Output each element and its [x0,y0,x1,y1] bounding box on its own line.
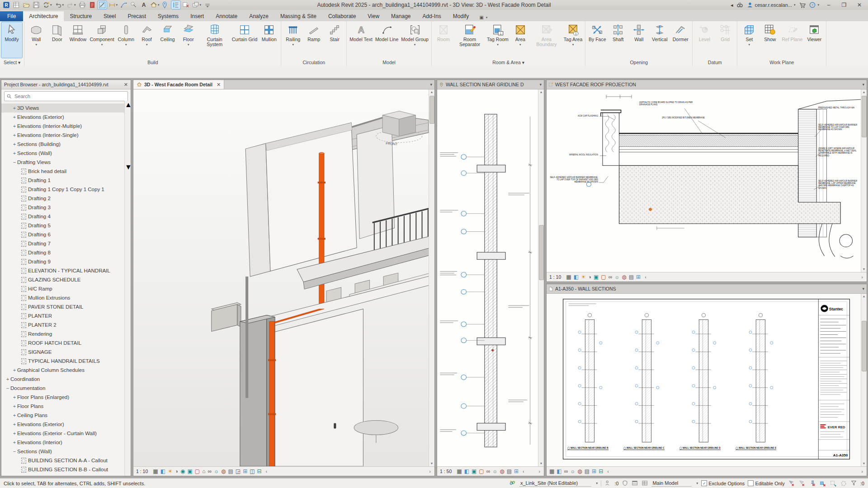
ribbon-tab-precast[interactable]: Precast [122,11,152,21]
wall-section-vertical-scrollbar[interactable]: ▲ ▼ [538,89,544,466]
reveal-constraints-icon[interactable]: ⊞ [514,469,519,474]
by-face-button[interactable]: By Face [587,22,608,58]
column-button[interactable]: Column▾ [116,22,137,58]
dropdown-arrow-icon[interactable]: ▾ [749,42,750,47]
view-list-chevron-icon[interactable]: ▾ [860,286,867,291]
pin-icon[interactable] [437,82,446,87]
tree-item-building-section-a-a-callout[interactable]: BUILDING SECTION A-A - Callout [1,456,131,465]
ceiling-button[interactable]: Ceiling [157,22,178,58]
show-button[interactable]: Show [760,22,780,58]
expand-icon[interactable]: + [12,132,17,138]
view-scale[interactable]: 1 : 10 [549,274,561,280]
tag-by-category-icon[interactable]: 1 [129,1,138,9]
3d-canvas[interactable]: FRONT [133,89,434,466]
ribbon-tab-manage[interactable]: Manage [385,11,416,21]
expand-icon[interactable]: + [12,431,17,436]
visual-style-icon[interactable]: ◧ [464,469,469,474]
tree-item-elevations-interior[interactable]: +Elevations (Interior) [1,438,131,447]
shaft-button[interactable]: Shaft [608,22,628,58]
measure-icon[interactable]: ⊟ [599,469,603,474]
tag-room-button[interactable]: 1Tag Room▾ [486,22,510,58]
tree-item-mullion-extrusions[interactable]: Mullion Extrusions [1,293,131,302]
crop-region-icon[interactable]: ▢ [479,469,484,474]
sel-pin-icon[interactable] [809,480,816,487]
sheet-canvas[interactable]: Stantec [547,294,867,466]
temporary-view-properties-icon[interactable]: ▤ [585,469,590,474]
spin-icon[interactable] [840,480,847,487]
ribbon-tab-insert[interactable]: Insert [184,11,210,21]
view-scale[interactable]: 1 : 50 [440,469,452,474]
properties-icon[interactable] [12,1,21,9]
tree-item-brick-head-detail[interactable]: Brick head detail [1,167,131,176]
worksets-icon[interactable] [632,480,638,487]
view-list-chevron-icon[interactable]: ▾ [428,82,434,87]
open-icon[interactable] [22,1,31,9]
tree-item-graphical-column-schedules[interactable]: +Graphical Column Schedules [1,366,131,375]
measure-icon[interactable] [98,1,107,9]
ribbon-tab-steel[interactable]: Steel [98,11,122,21]
worksharing-display-icon[interactable]: ◍ [622,274,626,280]
tree-item-roof-hatch-detail[interactable]: ROOF HATCH DETAIL [1,338,131,347]
ribbon-tab-collaborate[interactable]: Collaborate [322,11,362,21]
dropdown-arrow-icon[interactable]: ▾ [36,42,38,47]
reveal-hidden-icon[interactable]: ☼ [614,274,619,280]
view-control-bar-wall-section[interactable]: 1 : 50▦◧▣▢∞☼◍▤⊞‹› [437,466,544,476]
infocenter-collapse-icon[interactable]: ◂ [731,2,733,8]
ribbon-tab-structure[interactable]: Structure [64,11,98,21]
ribbon-display-toggle-icon[interactable]: ▣ [479,15,483,20]
project-browser-scrollbar[interactable]: ▲ ▼ [124,101,131,476]
transfer-standards-icon[interactable] [88,1,97,9]
editable-only-checkbox[interactable] [748,480,754,486]
dropdown-arrow-icon[interactable]: ▾ [188,42,189,47]
tree-item-documentation[interactable]: −Documentation [1,384,131,393]
view-tab-close-icon[interactable]: ✕ [217,82,221,88]
tree-item-drafting-3[interactable]: Drafting 3 [1,203,131,212]
dropdown-arrow-icon[interactable]: ▾ [572,42,574,47]
tree-item-h-c-ramp[interactable]: H/C Ramp [1,284,131,293]
tree-item-sections-wall[interactable]: +Sections (Wall) [1,149,131,158]
worksharing-display-icon[interactable]: ◍ [577,469,582,474]
drag-icon[interactable] [830,480,837,487]
print-icon[interactable] [78,1,87,9]
temporary-hide-isolate-icon[interactable]: ∞ [486,469,491,474]
tree-item-drafting-9[interactable]: Drafting 9 [1,257,131,266]
tree-item-elevations-interior-multiple[interactable]: +Elevations (Interior-Multiple) [1,122,131,131]
dropdown-arrow-icon[interactable]: ▾ [292,42,294,47]
detail-level-icon[interactable]: ▦ [153,469,158,474]
floor-button[interactable]: Floor▾ [178,22,199,58]
shield-icon[interactable] [622,480,628,487]
customize-qat-icon[interactable] [203,1,212,9]
close-button[interactable]: ✕ [854,2,865,8]
model-group-button[interactable]: Model Group▾ [400,22,430,58]
tree-item-ceiling-plans[interactable]: +Ceiling Plans [1,411,131,420]
tree-item-drafting-8[interactable]: Drafting 8 [1,248,131,257]
view-control-bar-sheet[interactable]: ▦◧∞☼◍▤⊞⊟‹› [547,466,867,476]
search-input[interactable] [14,93,126,99]
tree-item-sections-wall[interactable]: −Sections (Wall) [1,447,131,456]
ribbon-tab-file[interactable]: File [0,11,23,21]
synchronize-icon[interactable]: ▾ [42,1,53,9]
worksharing-display-icon[interactable]: ◍ [500,469,504,474]
expand-icon[interactable]: + [12,404,17,409]
search-icon[interactable] [736,2,743,9]
reveal-hidden-icon[interactable]: ☼ [570,469,575,474]
visual-style-icon[interactable]: ◧ [574,274,579,280]
expand-icon[interactable]: + [12,150,17,156]
expand-icon[interactable]: + [5,376,10,382]
expand-icon[interactable]: + [12,440,17,445]
tree-item-floor-plans-enlarged[interactable]: +Floor Plans (Enlarged) [1,393,131,402]
tree-item-building-section-b-b-callout[interactable]: BUILDING SECTION B-B - Callout [1,465,131,474]
wall-button[interactable]: Wall▾ [26,22,47,58]
project-browser-search[interactable] [4,91,128,101]
railing-button[interactable]: Railing▾ [283,22,303,58]
scroll-left-icon[interactable]: ‹ [645,274,646,280]
tree-item-rendering[interactable]: Rendering [1,329,131,338]
ribbon-tab-modify[interactable]: Modify [447,11,475,21]
exclude-options-checkbox[interactable]: ✓ [701,480,707,486]
view-control-bar-3d[interactable]: 1 : 10▦◧☀◑◉▣▢⌂∞☼◍▤◲⊞◫⊟‹› [133,466,434,476]
tree-item-floor-plans[interactable]: +Floor Plans [1,402,131,411]
ribbon-tab-annotate[interactable]: Annotate [210,11,243,21]
tree-item-drafting-7[interactable]: Drafting 7 [1,239,131,248]
aligned-dimension-icon[interactable]: ▾ [108,1,119,9]
ribbon-tab-view[interactable]: View [362,11,385,21]
